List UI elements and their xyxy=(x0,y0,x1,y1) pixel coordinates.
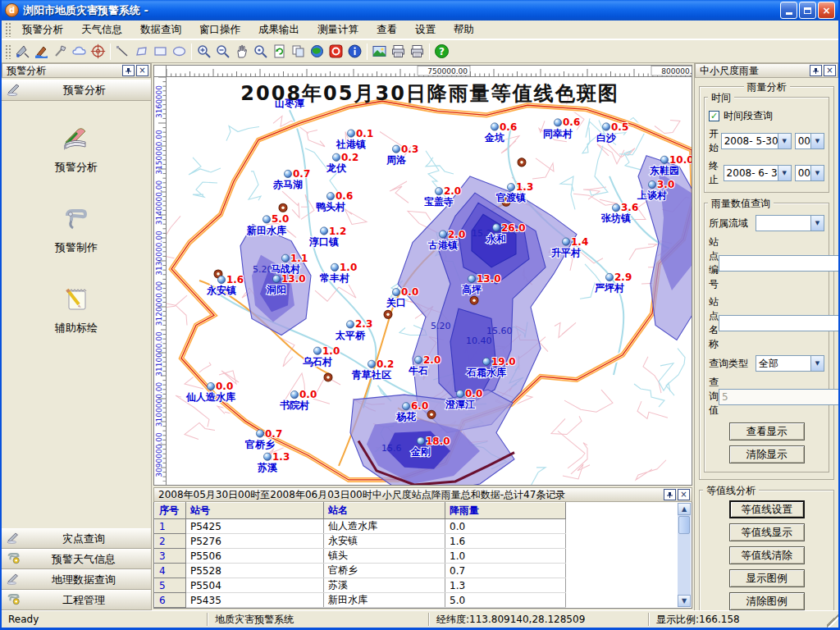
menu-item-6[interactable]: 测量计算 xyxy=(308,21,368,39)
end-date-dropdown[interactable]: 2008- 6- 3 ▼ xyxy=(724,165,792,181)
menu-item-5[interactable]: 成果输出 xyxy=(249,21,308,39)
hammer-icon[interactable] xyxy=(51,42,70,61)
print-icon[interactable] xyxy=(389,42,408,61)
minimize-button[interactable] xyxy=(780,2,797,19)
bottom-pane-pin-button[interactable] xyxy=(664,489,676,500)
flood-tool-icon[interactable] xyxy=(32,42,51,61)
cloud-icon[interactable] xyxy=(70,42,89,61)
scroll-down-icon[interactable]: ▼ xyxy=(678,595,691,607)
station-name-input[interactable] xyxy=(719,315,838,331)
chevron-down-icon[interactable]: ▼ xyxy=(778,166,791,180)
toolbar-grip[interactable] xyxy=(5,44,11,59)
help-icon[interactable]: ? xyxy=(432,42,451,61)
column-header[interactable]: 站名 xyxy=(324,503,445,519)
map-canvas[interactable]: 5.2015.25.2015.6010.4015.6山枣潭0.1社港镇0.2龙伏… xyxy=(167,77,692,485)
menu-item-1[interactable]: 预警分析 xyxy=(13,21,72,39)
scroll-thumb[interactable] xyxy=(678,516,690,534)
station-id-input[interactable] xyxy=(719,255,838,272)
resize-grip[interactable] xyxy=(827,611,838,628)
rectangle-tool-icon[interactable] xyxy=(151,42,170,61)
zoom-in-icon[interactable] xyxy=(194,42,213,61)
satellite-icon[interactable] xyxy=(13,42,32,61)
zoom-out-icon[interactable] xyxy=(213,42,232,61)
left-pane-pin-button[interactable] xyxy=(122,65,135,76)
contour-button-1[interactable]: 等值线设置 xyxy=(729,500,805,518)
table-row[interactable]: 1P5425仙人造水库0.0 xyxy=(155,519,566,534)
query-type-dropdown[interactable]: 全部 ▼ xyxy=(756,355,824,372)
column-header[interactable]: 站号 xyxy=(186,503,324,519)
menu-item-3[interactable]: 数据查询 xyxy=(131,21,190,39)
table-row[interactable]: 2P5276永安镇1.6 xyxy=(155,534,566,549)
end-hour-dropdown[interactable]: 00 ▼ xyxy=(795,165,824,181)
svg-text:10.0: 10.0 xyxy=(669,154,692,166)
ellipse-tool-icon[interactable] xyxy=(170,42,189,61)
refresh-icon[interactable] xyxy=(270,42,289,61)
close-button[interactable]: × xyxy=(818,2,835,19)
chevron-down-icon[interactable]: ▼ xyxy=(810,216,824,231)
contour-button-4[interactable]: 显示图例 xyxy=(729,569,805,587)
sidebar-header[interactable]: 预警分析 xyxy=(2,80,151,101)
polygon-tool-icon[interactable] xyxy=(132,42,151,61)
basin-dropdown[interactable]: ▼ xyxy=(756,215,824,231)
table-row[interactable]: 7P5310洞阳13.0 xyxy=(155,608,566,609)
table-row[interactable]: 6P5435新田水库5.0 xyxy=(155,593,566,608)
chevron-down-icon[interactable]: ▼ xyxy=(810,166,824,180)
menu-item-7[interactable]: 查看 xyxy=(368,21,406,39)
chevron-down-icon[interactable]: ▼ xyxy=(778,134,791,148)
menubar-grip[interactable] xyxy=(5,22,11,37)
chevron-down-icon[interactable]: ▼ xyxy=(810,134,824,148)
print-preview-icon[interactable] xyxy=(408,42,427,61)
column-header[interactable]: 序号 xyxy=(155,503,186,519)
contour-button-3[interactable]: 等值线清除 xyxy=(729,546,805,564)
sidebar-item-1[interactable]: 预警分析 xyxy=(55,124,98,175)
copy-layers-icon[interactable] xyxy=(289,42,308,61)
scroll-up-icon[interactable]: ▲ xyxy=(678,503,691,515)
book-icon xyxy=(61,124,92,154)
time-range-checkbox[interactable]: ✓ xyxy=(709,111,719,121)
query-button-1[interactable]: 查看显示 xyxy=(729,422,805,441)
svg-text:3150000.00: 3150000.00 xyxy=(155,130,163,175)
bottom-pane-close-button[interactable]: × xyxy=(678,489,690,500)
right-pane-pin-button[interactable] xyxy=(810,65,822,76)
query-button-2[interactable]: 清除显示 xyxy=(729,445,805,463)
start-hour-dropdown[interactable]: 00 ▼ xyxy=(795,133,824,149)
minimize-icon xyxy=(786,12,792,15)
target-icon[interactable] xyxy=(89,42,107,61)
menu-item-9[interactable]: 帮助 xyxy=(445,21,483,39)
svg-text:澄潭江: 澄潭江 xyxy=(445,399,475,410)
table-row[interactable]: 3P5506镇头1.0 xyxy=(155,549,566,564)
sidebar-header-label: 预警分析 xyxy=(23,83,146,98)
pan-hand-icon[interactable] xyxy=(232,42,251,61)
stop-icon[interactable] xyxy=(326,42,345,61)
line-tool-icon[interactable] xyxy=(113,42,132,61)
zoom-center-icon[interactable] xyxy=(251,42,270,61)
sidebar-item-3[interactable]: 辅助标绘 xyxy=(55,285,98,336)
column-header[interactable]: 降雨量 xyxy=(445,503,566,519)
sidebar-bar-1[interactable]: 灾点查询 xyxy=(2,528,151,549)
menu-item-4[interactable]: 窗口操作 xyxy=(190,21,249,39)
menu-item-2[interactable]: 天气信息 xyxy=(72,21,131,39)
chevron-down-icon[interactable]: ▼ xyxy=(810,356,824,371)
right-pane-close-button[interactable]: × xyxy=(824,65,836,76)
restore-button[interactable] xyxy=(799,2,816,19)
globe-icon[interactable] xyxy=(308,42,326,61)
station-table[interactable]: 序号站号站名降雨量1P5425仙人造水库0.02P5276永安镇1.63P550… xyxy=(154,502,566,609)
sidebar-bar-2[interactable]: 预警天气信息 xyxy=(2,549,151,569)
query-value-input[interactable] xyxy=(719,389,838,405)
svg-text:800000.00: 800000.00 xyxy=(661,67,692,75)
table-row[interactable]: 5P5504苏溪1.3 xyxy=(155,578,566,593)
sidebar-bar-4[interactable]: 工程管理 xyxy=(2,590,151,610)
svg-text:0.2: 0.2 xyxy=(341,152,358,163)
table-scrollbar[interactable]: ▲ ▼ xyxy=(678,503,691,607)
start-date-dropdown[interactable]: 2008- 5-30 ▼ xyxy=(721,133,792,149)
table-row[interactable]: 4P5528官桥乡0.7 xyxy=(155,564,566,578)
info-icon[interactable] xyxy=(345,42,364,61)
sidebar-bar-3[interactable]: 地理数据查询 xyxy=(2,569,151,590)
svg-text:15.6: 15.6 xyxy=(381,443,401,454)
menu-item-8[interactable]: 设置 xyxy=(406,21,445,39)
contour-button-5[interactable]: 清除图例 xyxy=(729,592,805,610)
contour-button-2[interactable]: 等值线显示 xyxy=(729,523,805,541)
sidebar-item-2[interactable]: 预警制作 xyxy=(55,204,98,255)
left-pane-close-button[interactable]: × xyxy=(136,65,148,76)
image-icon[interactable] xyxy=(370,42,389,61)
